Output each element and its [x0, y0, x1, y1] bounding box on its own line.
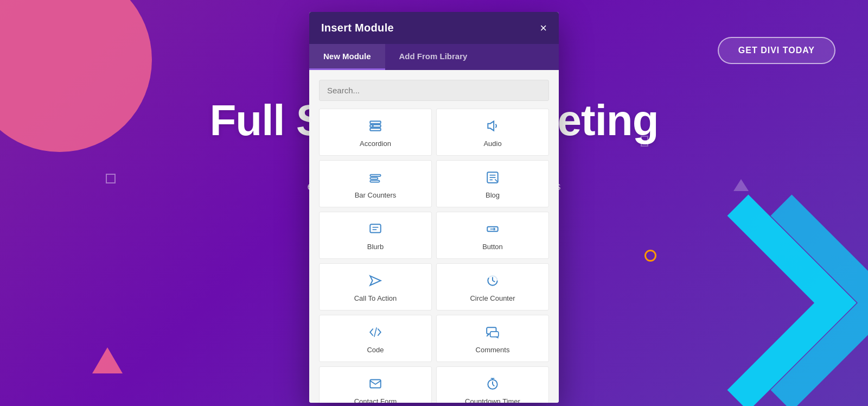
svg-line-22 [374, 327, 376, 337]
accordion-icon [368, 119, 382, 135]
svg-marker-17 [370, 276, 381, 285]
circle-counter-icon [486, 274, 500, 290]
module-item-call-to-action[interactable]: Call To Action [319, 263, 432, 310]
module-item-countdown-timer[interactable]: Countdown Timer [436, 366, 549, 403]
module-item-blog[interactable]: Blog [436, 160, 549, 207]
insert-module-modal: Insert Module × New Module Add From Libr… [309, 12, 559, 403]
module-item-button[interactable]: Button [436, 212, 549, 259]
module-item-accordion[interactable]: Accordion [319, 109, 432, 156]
tab-new-module[interactable]: New Module [309, 44, 385, 70]
countdown-timer-icon [486, 377, 500, 393]
module-label-call-to-action: Call To Action [354, 294, 397, 302]
module-item-contact-form[interactable]: Contact Form [319, 366, 432, 403]
svg-rect-5 [370, 175, 381, 176]
module-label-audio: Audio [483, 139, 501, 148]
svg-rect-12 [370, 224, 381, 232]
code-icon [368, 325, 382, 341]
module-label-code: Code [367, 346, 384, 354]
modal-body: Accordion Audio [309, 70, 559, 403]
modal-close-button[interactable]: × [540, 22, 547, 34]
button-icon [486, 222, 500, 238]
module-label-accordion: Accordion [360, 139, 391, 148]
svg-marker-4 [488, 121, 494, 130]
module-label-blog: Blog [486, 191, 500, 199]
module-label-circle-counter: Circle Counter [470, 294, 515, 302]
svg-rect-0 [370, 121, 381, 123]
module-item-blurb[interactable]: Blurb [319, 212, 432, 259]
modal-title: Insert Module [321, 22, 394, 34]
module-item-circle-counter[interactable]: Circle Counter [436, 263, 549, 310]
module-label-comments: Comments [476, 346, 510, 354]
modal-tabs: New Module Add From Library [309, 44, 559, 70]
svg-line-21 [493, 281, 495, 282]
comments-icon [486, 325, 500, 341]
blurb-icon [368, 222, 382, 238]
svg-rect-1 [370, 125, 381, 127]
svg-rect-2 [370, 128, 381, 130]
module-label-contact-form: Contact Form [354, 397, 397, 403]
audio-icon [486, 119, 500, 135]
module-item-comments[interactable]: Comments [436, 315, 549, 362]
module-label-countdown-timer: Countdown Timer [465, 397, 520, 403]
blog-icon [486, 170, 500, 187]
search-input[interactable] [319, 80, 549, 101]
module-grid: Accordion Audio [319, 109, 549, 403]
tab-add-from-library[interactable]: Add From Library [385, 44, 482, 70]
module-label-button: Button [482, 243, 503, 251]
module-item-bar-counters[interactable]: Bar Counters [319, 160, 432, 207]
bar-counters-icon [368, 170, 382, 187]
contact-form-icon [368, 377, 382, 393]
svg-rect-25 [370, 379, 381, 388]
module-item-code[interactable]: Code [319, 315, 432, 362]
svg-rect-24 [490, 332, 499, 337]
call-to-action-icon [368, 274, 382, 290]
module-label-bar-counters: Bar Counters [355, 191, 397, 199]
svg-rect-6 [370, 177, 378, 179]
svg-rect-7 [370, 180, 379, 182]
module-item-audio[interactable]: Audio [436, 109, 549, 156]
modal-overlay: Insert Module × New Module Add From Libr… [0, 0, 868, 406]
svg-line-30 [493, 384, 494, 386]
module-label-blurb: Blurb [367, 243, 384, 251]
modal-header: Insert Module × [309, 12, 559, 44]
